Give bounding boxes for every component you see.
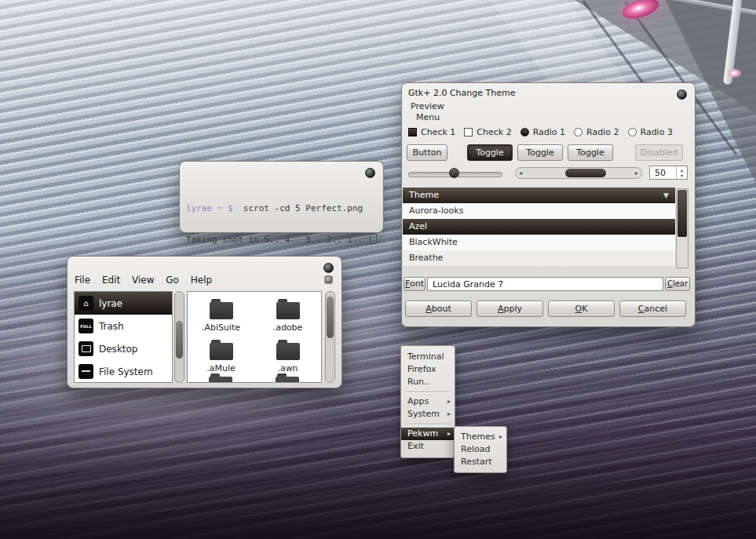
theme-row-azel[interactable]: Azel bbox=[403, 219, 675, 235]
theme-row-blackwhite[interactable]: BlackWhite bbox=[403, 235, 675, 250]
filesystem-icon bbox=[79, 364, 93, 379]
menu-item-run[interactable]: Run.. bbox=[401, 376, 455, 388]
terminal-cursor-icon bbox=[370, 234, 377, 244]
scroll-right-icon[interactable]: ▸ bbox=[635, 169, 638, 177]
theme-list-header[interactable]: Theme ▼ bbox=[403, 188, 675, 203]
file-manager-menubar: File Edit View Go Help bbox=[75, 275, 221, 287]
menu-item-system[interactable]: System▸ bbox=[401, 408, 455, 421]
check-label: Check 1 bbox=[421, 127, 455, 137]
folder-icon[interactable] bbox=[209, 377, 232, 383]
theme-list[interactable]: Theme ▼ Aurora-looks Azel BlackWhite Bre… bbox=[403, 188, 675, 266]
file-manager-window[interactable]: File Edit View Go Help ⌂ lyrae FULL Tras… bbox=[67, 256, 342, 388]
window-button-icon[interactable] bbox=[677, 89, 687, 100]
folder-item[interactable]: .AbiSuite bbox=[188, 292, 254, 333]
places-scrollbar[interactable] bbox=[174, 291, 184, 383]
submenu-arrow-icon: ▸ bbox=[447, 428, 451, 440]
folder-name: .awn bbox=[254, 363, 321, 373]
terminal-output: Taking shot in 5.. 4.. 3.. 2.. 1.. bbox=[186, 235, 368, 245]
trash-icon: FULL bbox=[79, 319, 93, 333]
files-pane[interactable]: .AbiSuite .adobe .aMule .awn bbox=[187, 291, 322, 383]
window-button-icon[interactable] bbox=[323, 263, 334, 273]
radio-1[interactable]: Radio 1 bbox=[520, 127, 565, 137]
window-button-icon[interactable] bbox=[365, 168, 375, 178]
theme-row-aurora[interactable]: Aurora-looks bbox=[403, 203, 675, 219]
submenu-item-reload[interactable]: Reload bbox=[455, 443, 506, 456]
theme-list-scrollbar[interactable] bbox=[676, 188, 688, 268]
menu-item-terminal[interactable]: Terminal bbox=[401, 351, 455, 363]
folder-icon bbox=[210, 302, 233, 319]
folder-icon bbox=[276, 343, 300, 360]
terminal-body[interactable]: lyrae ~ $ scrot -cd 5 Perfect.png Taking… bbox=[180, 162, 383, 265]
toggle-button[interactable]: Toggle bbox=[568, 144, 613, 161]
font-field[interactable]: Lucida Grande 7 bbox=[427, 277, 663, 291]
theme-row-breathe[interactable]: Breathe bbox=[403, 250, 675, 266]
horizontal-scrollbar[interactable]: ◂ ▸ bbox=[515, 167, 642, 179]
menu-view[interactable]: View bbox=[132, 275, 154, 286]
folder-item[interactable]: .aMule bbox=[188, 333, 254, 373]
submenu-arrow-icon: ▸ bbox=[499, 431, 502, 443]
spin-up-icon[interactable]: ▴ bbox=[681, 167, 683, 173]
pekwm-submenu[interactable]: Themes▸ Reload Restart bbox=[454, 426, 507, 473]
place-label: File System bbox=[99, 366, 153, 377]
terminal-line: Taking shot in 5.. 4.. 3.. 2.. 1.. bbox=[186, 234, 383, 245]
submenu-item-themes[interactable]: Themes▸ bbox=[455, 431, 506, 443]
scrollbar-thumb[interactable] bbox=[176, 321, 183, 359]
menu-item-firefox[interactable]: Firefox bbox=[401, 363, 455, 376]
menu-item-apps[interactable]: Apps▸ bbox=[401, 395, 455, 408]
place-lyrae[interactable]: ⌂ lyrae bbox=[75, 292, 172, 315]
clear-button[interactable]: Clear bbox=[665, 277, 690, 291]
radio-label: Radio 2 bbox=[586, 127, 619, 137]
folder-item[interactable]: .awn bbox=[254, 333, 321, 373]
submenu-item-restart[interactable]: Restart bbox=[455, 456, 506, 468]
scroll-left-icon[interactable]: ◂ bbox=[519, 169, 522, 177]
gtk-theme-dialog[interactable]: Gtk+ 2.0 Change Theme Preview Menu Check… bbox=[401, 82, 696, 327]
menu-item-pekwm[interactable]: Pekwm▸ bbox=[401, 428, 455, 440]
preview-menubar-item[interactable]: Menu bbox=[416, 112, 440, 122]
cancel-button[interactable]: Cancel bbox=[619, 300, 686, 317]
submenu-arrow-icon: ▸ bbox=[447, 408, 451, 421]
menu-item-exit[interactable]: Exit bbox=[401, 440, 455, 453]
menu-edit[interactable]: Edit bbox=[102, 275, 120, 286]
root-menu[interactable]: Terminal Firefox Run.. Apps▸ System▸ Pek… bbox=[400, 345, 455, 458]
radio-selected-icon[interactable] bbox=[520, 128, 529, 137]
folder-item[interactable]: .adobe bbox=[254, 292, 321, 333]
spin-down-icon[interactable]: ▾ bbox=[681, 173, 683, 178]
radio-icon[interactable] bbox=[628, 128, 637, 137]
scrollbar-thumb[interactable] bbox=[677, 190, 687, 237]
menu-file[interactable]: File bbox=[75, 275, 90, 286]
place-label: lyrae bbox=[99, 298, 122, 309]
checkbox-icon[interactable] bbox=[464, 128, 473, 137]
spin-steppers[interactable]: ▴ ▾ bbox=[676, 166, 687, 179]
about-button[interactable]: About bbox=[405, 300, 472, 317]
ok-button[interactable]: OK bbox=[548, 300, 615, 317]
font-button[interactable]: Font bbox=[404, 277, 425, 291]
scrollbar-thumb[interactable] bbox=[327, 297, 334, 338]
header-label: Theme bbox=[409, 190, 439, 200]
menu-help[interactable]: Help bbox=[191, 275, 212, 286]
check-2[interactable]: Check 2 bbox=[464, 127, 511, 137]
slider-thumb[interactable] bbox=[449, 168, 459, 178]
radio-icon[interactable] bbox=[574, 128, 583, 137]
check-radio-row: Check 1 Check 2 Radio 1 Radio 2 Radio 3 bbox=[408, 127, 681, 137]
spin-value[interactable]: 50 bbox=[655, 168, 666, 178]
places-pane[interactable]: ⌂ lyrae FULL Trash Desktop File System bbox=[74, 291, 173, 383]
check-1[interactable]: Check 1 bbox=[408, 127, 455, 137]
place-desktop[interactable]: Desktop bbox=[75, 337, 172, 360]
radio-2[interactable]: Radio 2 bbox=[574, 127, 619, 137]
place-trash[interactable]: FULL Trash bbox=[75, 315, 172, 337]
scrollbar-thumb[interactable] bbox=[565, 169, 606, 177]
spinbutton[interactable]: 50 ▴ ▾ bbox=[649, 166, 688, 180]
place-filesystem[interactable]: File System bbox=[75, 360, 172, 383]
sort-arrow-icon: ▼ bbox=[663, 188, 669, 203]
terminal-window[interactable]: lyrae ~ $ scrot -cd 5 Perfect.png Taking… bbox=[179, 161, 384, 233]
checkbox-checked-icon[interactable] bbox=[408, 128, 417, 137]
files-scrollbar[interactable] bbox=[325, 291, 335, 383]
menu-go[interactable]: Go bbox=[166, 275, 179, 286]
toggle-button[interactable]: Toggle bbox=[517, 144, 563, 161]
preview-button[interactable]: Button bbox=[407, 144, 447, 161]
apply-button[interactable]: Apply bbox=[477, 300, 543, 317]
toggle-button-pressed[interactable]: Toggle bbox=[467, 144, 513, 161]
folder-icon[interactable] bbox=[276, 377, 299, 383]
preview-label: Preview bbox=[411, 101, 444, 111]
radio-3[interactable]: Radio 3 bbox=[628, 127, 673, 137]
